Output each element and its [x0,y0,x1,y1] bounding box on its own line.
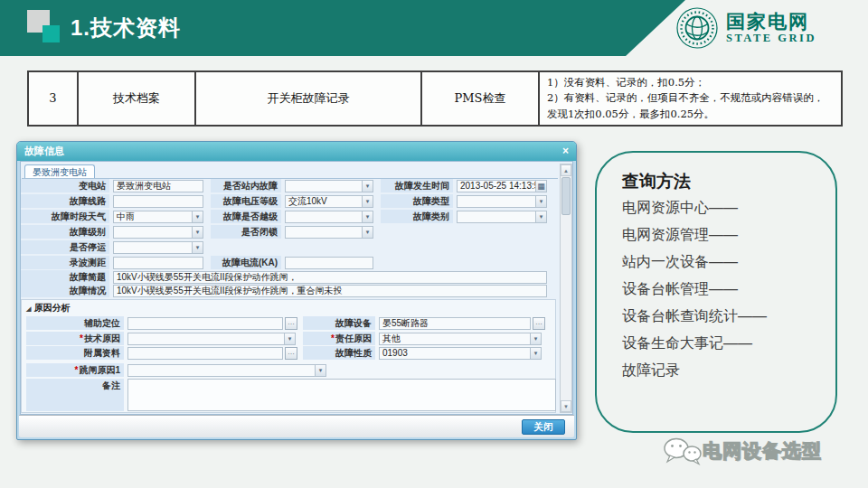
chevron-down-icon[interactable]: ▾ [362,211,373,222]
brief-field[interactable]: 10kV小碶线晏55开关电流II段保护动作跳闸， [113,271,547,284]
scroll-down-icon[interactable]: ▼ [561,400,571,412]
nature-select[interactable]: 01903▾ [379,347,542,360]
line-label: 故障线路 [21,194,109,208]
overstep-label: 故障是否越级 [211,210,281,223]
attachment-field[interactable] [127,347,283,360]
occur-time-label: 故障发生时间 [381,179,453,192]
logo-text: 国家电网 STATE GRID [726,11,816,45]
close-icon[interactable]: × [562,142,569,161]
fault-category-select[interactable]: ▾ [457,211,547,223]
detail-label: 故障情况 [21,284,109,297]
scroll-up-icon[interactable]: ▲ [561,164,571,176]
chevron-down-icon[interactable]: ▾ [362,181,373,192]
detail-field[interactable]: 10kV小碶线晏55开关电流II段保护动作跳闸，重合闸未投 [113,285,547,297]
voltage-select[interactable]: 交流10kV▾ [285,195,373,208]
line-field[interactable] [113,195,203,208]
device-field[interactable]: 晏55断路器 [379,317,531,330]
query-path-step: 设备台帐查询统计—— [622,307,767,326]
query-path-step: 站内一次设备—— [622,253,738,272]
chevron-down-icon[interactable]: ▾ [535,196,546,207]
score-table: 3 技术档案 开关柜故障记录 PMS检查 1）没有资料、记录的，扣0.5分； 2… [27,70,843,127]
query-path-step: 设备生命大事记—— [622,334,752,353]
aux-locate-field[interactable] [127,317,283,330]
cell-category: 技术档案 [78,71,195,126]
chevron-down-icon[interactable]: ▾ [192,242,203,253]
wave-distance-label: 录波测距 [21,256,109,269]
cell-method: PMS检查 [421,71,539,126]
decor-square-teal-icon [42,25,60,42]
scrollbar-thumb[interactable] [561,177,571,215]
chevron-down-icon[interactable]: ▾ [530,348,541,359]
lock-select[interactable]: ▾ [285,226,373,239]
logo-cn: 国家电网 [726,11,816,32]
remark-textarea[interactable] [127,379,556,411]
slide-header: 1.技术资料 国家电网 STATE GRID [0,0,868,56]
fault-type-label: 故障类型 [381,194,453,208]
panel-title: 查询方法 [622,170,691,193]
query-method-panel: 查询方法 电网资源中心—— 电网资源管理—— 站内一次设备—— 设备台帐管理——… [595,151,837,433]
calendar-icon[interactable]: ▦ [535,181,546,192]
collapse-triangle-icon[interactable]: ◢ [26,305,31,312]
dialog-scrollbar[interactable]: ▲ ▼ [560,164,572,413]
page-title: 1.技术资料 [71,0,181,56]
logo-corner: 国家电网 STATE GRID [626,0,868,56]
tech-cause-label: *技术原因 [26,332,124,345]
level-label: 故障级别 [21,225,109,239]
chevron-down-icon[interactable]: ▾ [362,227,373,238]
trip-cause-label: *跳闸原因1 [26,363,124,377]
weather-label: 故障时段天气 [21,210,109,223]
tab-substation[interactable]: 晏致洲变电站 [24,164,95,179]
criteria-line-1: 1）没有资料、记录的，扣0.5分； [547,75,834,90]
fault-info-dialog: 故障信息 × 晏致洲变电站 变电站 晏致洲变电站 是否站内故障 ▾ 故障发生时间… [16,141,577,440]
chevron-down-icon[interactable]: ▾ [284,333,295,344]
attachment-label: 附属资料 [26,346,124,360]
wechat-icon [663,436,703,465]
fault-type-select[interactable]: ▾ [457,195,547,208]
cell-number: 3 [28,71,78,126]
query-path-step: 电网资源管理—— [622,226,738,245]
chevron-down-icon[interactable]: ▾ [535,211,546,222]
watermark: 电网设备选型 [663,436,822,465]
criteria-line-2: 2）有资料、记录的，但项目不齐全，不规范或内容错误的，发现1次扣0.05分，最多… [547,90,834,122]
query-path-step: 电网资源中心—— [622,199,738,218]
query-path-step: 设备台帐管理—— [622,280,738,299]
lock-label: 是否闭锁 [211,225,281,239]
close-button[interactable]: 关闭 [522,419,565,435]
cause-analysis-header[interactable]: ◢原因分析 [26,302,70,314]
chevron-down-icon[interactable]: ▾ [192,211,203,222]
resp-cause-label: *责任原因 [303,332,375,345]
attachment-lookup-button[interactable]: … [285,347,297,360]
outage-label: 是否停运 [21,240,109,254]
resp-cause-select[interactable]: 其他▾ [379,333,542,345]
substation-field[interactable]: 晏致洲变电站 [113,180,203,192]
cell-item: 开关柜故障记录 [195,71,421,126]
substation-label: 变电站 [21,179,109,192]
aux-locate-label: 辅助定位 [26,316,124,330]
level-select[interactable]: ▾ [113,226,203,239]
dialog-titlebar[interactable]: 故障信息 × [17,142,576,161]
aux-locate-lookup-button[interactable]: … [285,317,297,330]
chevron-down-icon[interactable]: ▾ [362,196,373,207]
slide: 1.技术资料 国家电网 STATE GRID 3 技术档案 开关柜故障记录 PM… [0,0,868,488]
chevron-down-icon[interactable]: ▾ [192,227,203,238]
occur-time-field[interactable]: 2013-05-25 14:13:5▦ [457,180,547,192]
dialog-title: 故障信息 [24,142,64,161]
chevron-down-icon[interactable]: ▾ [315,365,326,376]
current-field[interactable] [285,257,373,269]
voltage-label: 故障电压等级 [211,194,281,208]
overstep-select[interactable]: ▾ [285,211,373,223]
device-label: 故障设备 [303,316,375,330]
remark-label: 备注 [26,379,124,411]
trip-cause-select[interactable]: ▾ [127,364,326,377]
nature-label: 故障性质 [303,346,375,360]
dialog-footer: 关闭 [19,415,574,437]
in-station-select[interactable]: ▾ [285,180,373,192]
tech-cause-select[interactable]: ▾ [127,333,296,345]
outage-select[interactable]: ▾ [113,241,203,254]
weather-select[interactable]: 中雨▾ [113,211,203,223]
wave-distance-field[interactable] [113,257,203,269]
device-lookup-button[interactable]: … [533,317,545,330]
watermark-text: 电网设备选型 [703,438,822,464]
brief-label: 故障简题 [21,270,109,284]
chevron-down-icon[interactable]: ▾ [530,333,541,344]
